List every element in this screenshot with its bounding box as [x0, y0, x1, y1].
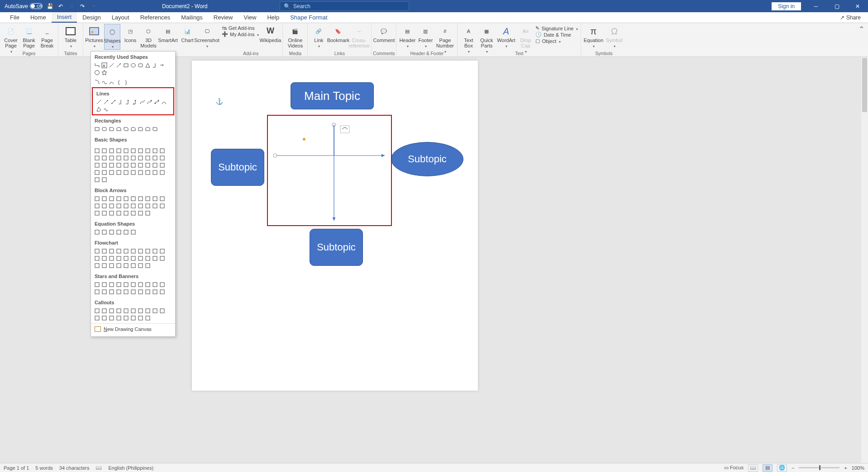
- shape-flow-23[interactable]: [115, 262, 122, 269]
- shape-rect-rounded[interactable]: [101, 126, 108, 132]
- shape-star-13[interactable]: [115, 288, 122, 295]
- shape-star-18[interactable]: [152, 288, 158, 295]
- shape-callout-12[interactable]: [108, 315, 115, 321]
- shape-main-topic[interactable]: Main Topic: [291, 82, 374, 109]
- shape-flow-27[interactable]: [144, 262, 151, 269]
- shape-basic-7[interactable]: [144, 147, 151, 154]
- shape-basic-2[interactable]: [108, 147, 115, 154]
- my-addins-button[interactable]: ➕My Add-ins: [222, 31, 259, 37]
- shape-elbow-double[interactable]: [132, 99, 138, 105]
- shape-star-1[interactable]: [101, 281, 108, 288]
- shape-arrow-14[interactable]: [123, 203, 129, 209]
- tab-file[interactable]: File: [5, 13, 25, 22]
- shape-subtopic-left[interactable]: Subtopic: [211, 149, 264, 186]
- document-page[interactable]: ⚓ Main Topic Subtopic Subtopic Subtopic: [192, 61, 478, 391]
- shape-basic-9[interactable]: [159, 147, 166, 154]
- shape-basic-5[interactable]: [130, 147, 137, 154]
- quickparts-button[interactable]: ▦Quick Parts: [478, 24, 495, 54]
- shape-arrow-26[interactable]: [137, 210, 144, 217]
- shape-curved-arrow[interactable]: [146, 99, 153, 105]
- shape-star-6[interactable]: [137, 281, 144, 288]
- shape-star-2[interactable]: [108, 281, 115, 288]
- shape-basic-40[interactable]: [94, 176, 100, 183]
- shape-basic-33[interactable]: [115, 169, 122, 176]
- shape-basic-20[interactable]: [94, 162, 100, 169]
- shape-callout-7[interactable]: [144, 307, 151, 314]
- shape-basic-12[interactable]: [108, 155, 115, 161]
- shape-basic-21[interactable]: [101, 162, 108, 169]
- smartart-button[interactable]: ▤SmartArt: [158, 24, 177, 43]
- equation-button[interactable]: πEquation: [584, 24, 603, 49]
- shape-flow-17[interactable]: [144, 255, 151, 262]
- shape-callout-2[interactable]: [108, 307, 115, 314]
- shape-scribble[interactable]: [101, 79, 108, 85]
- shape-arrow-17[interactable]: [144, 203, 151, 209]
- shape-basic-19[interactable]: [159, 155, 166, 161]
- footer-button[interactable]: ▥Footer: [417, 24, 434, 49]
- shape-freeform-curve[interactable]: [161, 99, 167, 105]
- connectors[interactable]: [271, 122, 388, 226]
- shape-callout-11[interactable]: [101, 315, 108, 321]
- shape-flow-5[interactable]: [130, 248, 137, 255]
- shape-star-10[interactable]: [94, 288, 100, 295]
- shape-basic-18[interactable]: [152, 155, 158, 161]
- shape-basic-4[interactable]: [123, 147, 129, 154]
- new-drawing-canvas[interactable]: New Drawing Canvas: [91, 323, 175, 335]
- dropcap-button[interactable]: A≡Drop Cap: [517, 24, 534, 54]
- shape-flow-4[interactable]: [123, 248, 129, 255]
- tab-layout[interactable]: Layout: [106, 13, 135, 22]
- shape-callout-0[interactable]: [94, 307, 100, 314]
- shape-flow-9[interactable]: [159, 248, 166, 255]
- shape-basic-0[interactable]: [94, 147, 100, 154]
- shape-basic-27[interactable]: [144, 162, 151, 169]
- shape-arrow-21[interactable]: [101, 210, 108, 217]
- status-spellcheck-icon[interactable]: 📖: [95, 465, 102, 471]
- shape-star-7[interactable]: [144, 281, 151, 288]
- wikipedia-button[interactable]: WWikipedia: [261, 24, 280, 43]
- shape-star-14[interactable]: [123, 288, 129, 295]
- shape-arrow-8[interactable]: [152, 195, 158, 202]
- status-words[interactable]: 5 words: [35, 465, 53, 471]
- shape-callout-9[interactable]: [159, 307, 166, 314]
- shape-basic-15[interactable]: [130, 155, 137, 161]
- focus-mode[interactable]: ▭ Focus: [724, 465, 744, 471]
- shape-hexagon[interactable]: [94, 69, 100, 76]
- shape-basic-38[interactable]: [152, 169, 158, 176]
- comment-button[interactable]: 💬Comment: [374, 24, 393, 43]
- shape-flow-24[interactable]: [123, 262, 129, 269]
- shape-line-arrow-1[interactable]: [103, 99, 110, 105]
- date-time-button[interactable]: 🕓Date & Time: [535, 32, 578, 38]
- shape-arrow-1[interactable]: [101, 195, 108, 202]
- shape-rect-round-diag[interactable]: [152, 126, 158, 132]
- shape-rect-snip-diag[interactable]: [123, 126, 129, 132]
- tab-insert[interactable]: Insert: [52, 12, 77, 23]
- shape-arrow-13[interactable]: [115, 203, 122, 209]
- shape-line[interactable]: [108, 62, 115, 69]
- status-page[interactable]: Page 1 of 1: [4, 465, 29, 471]
- shape-basic-24[interactable]: [123, 162, 129, 169]
- shape-basic-35[interactable]: [130, 169, 137, 176]
- shape-arrow-4[interactable]: [123, 195, 129, 202]
- shape-subtopic-bottom[interactable]: Subtopic: [310, 229, 363, 266]
- undo-icon[interactable]: ↶: [57, 3, 64, 10]
- shape-flow-21[interactable]: [101, 262, 108, 269]
- shape-arrow-18[interactable]: [152, 203, 158, 209]
- header-button[interactable]: ▤Header: [399, 24, 415, 49]
- collapse-ribbon-icon[interactable]: ⌃: [855, 23, 868, 57]
- shape-basic-11[interactable]: [101, 155, 108, 161]
- shape-basic-22[interactable]: [108, 162, 115, 169]
- maximize-icon[interactable]: ▢: [826, 0, 847, 12]
- close-icon[interactable]: ✕: [847, 0, 868, 12]
- shape-equation-4[interactable]: [123, 229, 129, 236]
- shape-flow-18[interactable]: [152, 255, 158, 262]
- zoom-level[interactable]: 100%: [852, 465, 864, 471]
- shape-star[interactable]: [101, 69, 108, 76]
- shape-star-9[interactable]: [159, 281, 166, 288]
- view-web-layout[interactable]: 🌐: [777, 464, 787, 472]
- chart-button[interactable]: 📊Chart: [179, 24, 196, 43]
- shape-flow-26[interactable]: [137, 262, 144, 269]
- shape-equation-3[interactable]: [115, 229, 122, 236]
- shape-callout-8[interactable]: [152, 307, 158, 314]
- 3d-models-button[interactable]: ⬡3D Models: [140, 24, 157, 54]
- share-button[interactable]: ↗ Share: [840, 14, 863, 21]
